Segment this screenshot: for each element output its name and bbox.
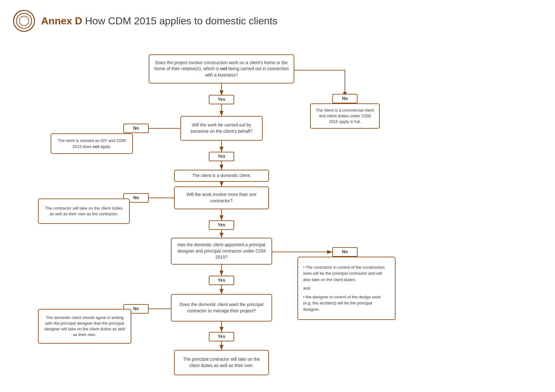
- logo-icon: [13, 9, 35, 32]
- question-1-text: Does the project involve construction wo…: [153, 60, 290, 78]
- answer-yes-5: Yes: [209, 332, 234, 341]
- result-principal-contractor: The principal contractor will take on th…: [174, 350, 269, 375]
- result-principal-designer: The domestic client should agree in writ…: [38, 309, 131, 344]
- answer-yes-2: Yes: [209, 152, 234, 161]
- flowchart: Does the project involve construction wo…: [13, 42, 542, 389]
- question-2: Will the work be carried out by someone …: [180, 116, 263, 141]
- question-5: Does the domestic client want the princi…: [171, 294, 272, 322]
- question-2-text: Will the work be carried out by someone …: [185, 122, 258, 134]
- result-domestic-client: The client is a domestic client.: [174, 170, 269, 182]
- question-1: Does the project involve construction wo…: [149, 54, 294, 83]
- result-diy: The work is classed as DIY and CDM 2015 …: [51, 133, 133, 154]
- result-contractor-text: The contractor will take on the client d…: [42, 205, 125, 217]
- page-header: Annex D How CDM 2015 applies to domestic…: [13, 9, 542, 32]
- result-no-appointment: • The contractor in control of the const…: [297, 257, 396, 320]
- svg-point-1: [16, 13, 32, 28]
- answer-yes-3: Yes: [209, 220, 234, 230]
- answer-yes-4: Yes: [209, 276, 234, 285]
- result-principal-contractor-text: The principal contractor will take on th…: [178, 356, 265, 369]
- answer-no-2: No: [123, 124, 149, 133]
- result-commercial-text: The client is a commercial client and cl…: [315, 107, 375, 125]
- result-diy-text: The work is classed as DIY and CDM 2015 …: [55, 138, 128, 149]
- question-4: Has the domestic client appointed a prin…: [171, 238, 272, 265]
- question-3: Will the work involve more than one cont…: [174, 187, 269, 209]
- answer-no-1: No: [332, 94, 358, 103]
- result-commercial-client: The client is a commercial client and cl…: [310, 103, 380, 129]
- page-title: Annex D How CDM 2015 applies to domestic…: [41, 15, 278, 27]
- result-principal-designer-text: The domestic client should agree in writ…: [42, 315, 127, 338]
- question-3-text: Will the work involve more than one cont…: [178, 192, 265, 204]
- answer-no-4: No: [332, 247, 358, 257]
- result-no-appointment-text: • The contractor in control of the const…: [303, 264, 390, 313]
- answer-yes-1: Yes: [209, 95, 234, 104]
- svg-point-2: [19, 16, 29, 26]
- question-4-text: Has the domestic client appointed a prin…: [175, 242, 268, 260]
- question-5-text: Does the domestic client want the princi…: [175, 302, 268, 314]
- result-contractor-duties: The contractor will take on the client d…: [38, 199, 130, 224]
